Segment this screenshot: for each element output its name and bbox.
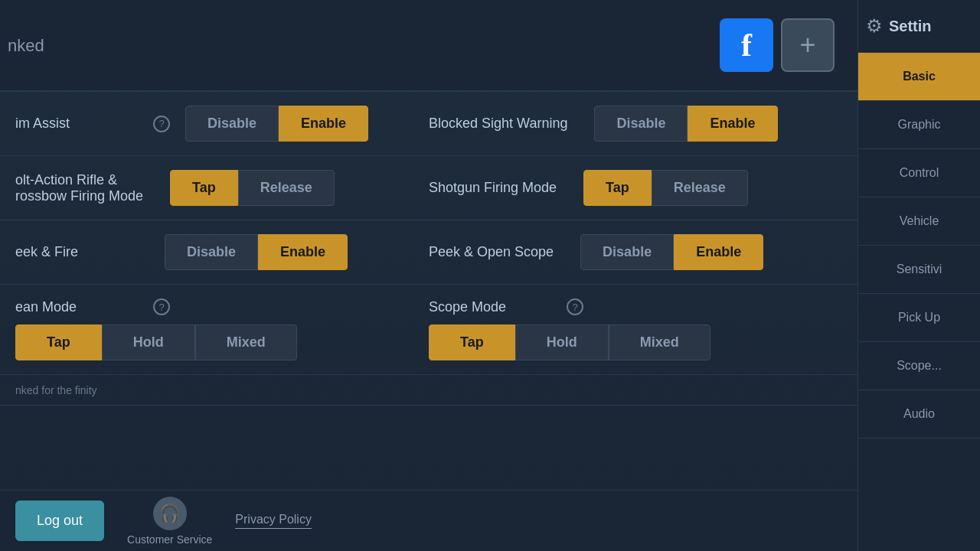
lean-mode-tap-btn[interactable]: Tap [15, 324, 102, 360]
bolt-action-setting: olt-Action Rifle & rossbow Firing Mode T… [15, 170, 429, 206]
sidebar-item-pickup[interactable]: Pick Up [858, 294, 980, 342]
peek-fire-label: eek & Fire [15, 244, 138, 260]
customer-service-button[interactable]: 🎧 Customer Service [127, 497, 212, 546]
sidebar-item-sensitivity[interactable]: Sensitivi [858, 246, 980, 294]
aim-assist-btn-group: Disable Enable [185, 106, 368, 142]
shotgun-release-btn[interactable]: Release [652, 170, 748, 206]
bolt-action-tap-btn[interactable]: Tap [170, 170, 238, 206]
settings-row-2: olt-Action Rifle & rossbow Firing Mode T… [0, 156, 858, 220]
lean-mode-btn-group: Tap Hold Mixed [15, 324, 297, 360]
partial-row: nked for the finity [0, 375, 858, 406]
lean-mode-mixed-btn[interactable]: Mixed [195, 324, 297, 360]
aim-assist-enable-btn[interactable]: Enable [279, 106, 368, 142]
scope-mode-hold-btn[interactable]: Hold [515, 324, 609, 360]
shotgun-btn-group: Tap Release [583, 170, 748, 206]
facebook-button[interactable]: f [720, 18, 773, 72]
scope-mode-setting: Scope Mode ? Tap Hold Mixed [429, 298, 842, 360]
lean-mode-header: ean Mode ? [15, 298, 170, 315]
blocked-sight-label: Blocked Sight Warning [429, 116, 567, 132]
blocked-sight-disable-btn[interactable]: Disable [594, 106, 688, 142]
linked-text: nked [8, 36, 44, 56]
sidebar-item-controls[interactable]: Control [858, 149, 980, 197]
scope-mode-header: Scope Mode ? [429, 298, 583, 315]
peek-scope-setting: Peek & Open Scope Disable Enable [429, 234, 842, 270]
bolt-action-label: olt-Action Rifle & rossbow Firing Mode [15, 172, 143, 204]
customer-service-label: Customer Service [127, 533, 212, 546]
scope-mode-mixed-btn[interactable]: Mixed [609, 324, 710, 360]
peek-scope-btn-group: Disable Enable [580, 234, 763, 270]
lean-mode-hold-btn[interactable]: Hold [102, 324, 195, 360]
shotgun-setting: Shotgun Firing Mode Tap Release [429, 170, 842, 206]
sidebar-item-vehicle[interactable]: Vehicle [858, 197, 980, 246]
aim-assist-label: im Assist [15, 116, 138, 132]
blocked-sight-btn-group: Disable Enable [594, 106, 777, 142]
settings-gear-icon: ⚙ [866, 15, 883, 37]
aim-assist-setting: im Assist ? Disable Enable [15, 106, 429, 142]
privacy-policy-link[interactable]: Privacy Policy [235, 513, 312, 529]
sidebar-item-basic[interactable]: Basic [858, 53, 980, 101]
settings-row-3: eek & Fire Disable Enable Peek & Open Sc… [0, 220, 858, 285]
sidebar-item-audio[interactable]: Audio [858, 390, 980, 439]
settings-title: Settin [889, 18, 932, 35]
add-account-button[interactable]: + [781, 18, 835, 72]
peek-scope-label: Peek & Open Scope [429, 244, 554, 260]
scope-mode-label: Scope Mode [429, 299, 551, 315]
peek-scope-enable-btn[interactable]: Enable [674, 234, 763, 270]
blocked-sight-setting: Blocked Sight Warning Disable Enable [429, 106, 842, 142]
partial-text-left: nked for the finity [15, 384, 97, 396]
sidebar: ⚙ Settin Basic Graphic Control Vehicle S… [858, 0, 980, 551]
bottom-bar: Log out 🎧 Customer Service Privacy Polic… [0, 490, 858, 551]
peek-fire-setting: eek & Fire Disable Enable [15, 234, 429, 270]
peek-fire-disable-btn[interactable]: Disable [165, 234, 258, 270]
top-bar-left: nked [0, 0, 44, 92]
top-bar: nked f + [0, 0, 858, 92]
lean-mode-setting: ean Mode ? Tap Hold Mixed [15, 298, 429, 360]
scope-mode-help-icon[interactable]: ? [567, 298, 583, 315]
settings-row-1: im Assist ? Disable Enable Blocked Sight… [0, 92, 858, 156]
bolt-action-btn-group: Tap Release [170, 170, 335, 206]
scope-mode-tap-btn[interactable]: Tap [429, 324, 515, 360]
sidebar-item-scope[interactable]: Scope... [858, 342, 980, 390]
peek-scope-disable-btn[interactable]: Disable [580, 234, 674, 270]
shotgun-label: Shotgun Firing Mode [429, 180, 557, 196]
aim-assist-disable-btn[interactable]: Disable [185, 106, 279, 142]
settings-area: im Assist ? Disable Enable Blocked Sight… [0, 92, 858, 490]
shotgun-tap-btn[interactable]: Tap [583, 170, 652, 206]
customer-service-icon: 🎧 [153, 497, 187, 530]
peek-fire-enable-btn[interactable]: Enable [258, 234, 348, 270]
aim-assist-help-icon[interactable]: ? [153, 116, 170, 132]
peek-fire-btn-group: Disable Enable [165, 234, 348, 270]
lean-mode-label: ean Mode [15, 299, 138, 315]
lean-mode-help-icon[interactable]: ? [153, 298, 170, 315]
scope-mode-btn-group: Tap Hold Mixed [429, 324, 710, 360]
sidebar-header: ⚙ Settin [858, 0, 980, 53]
bolt-action-release-btn[interactable]: Release [238, 170, 335, 206]
settings-row-4: ean Mode ? Tap Hold Mixed Scope Mode ? [0, 285, 858, 375]
sidebar-item-graphic[interactable]: Graphic [858, 101, 980, 149]
logout-button[interactable]: Log out [15, 500, 104, 541]
top-icons: f + [720, 18, 835, 72]
blocked-sight-enable-btn[interactable]: Enable [688, 106, 777, 142]
